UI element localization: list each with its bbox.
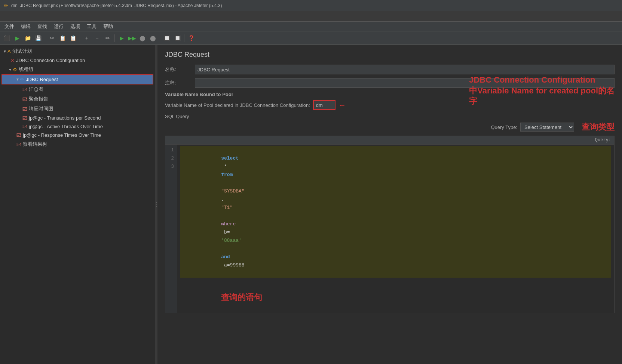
toolbar-saveas[interactable]: 💾 (34, 34, 43, 43)
plan-icon: A (7, 49, 11, 54)
sql-space4 (221, 246, 224, 252)
tree-arrow-thread: ▼ (8, 68, 12, 72)
comment-label: 注释: (165, 80, 195, 86)
right-annotation-line2: 中Variable Name for created pool的名 (469, 86, 615, 96)
query-type-annotation: 查询类型 (582, 121, 615, 133)
panel-title: JDBC Request (165, 51, 615, 59)
sql-a: a=99988 (221, 262, 244, 268)
toolbar-open[interactable]: ▶ (13, 34, 22, 43)
menu-bar: 文件 编辑 查找 运行 选项 工具 帮助 (0, 22, 622, 31)
str-t1: "T1" (221, 205, 233, 210)
tree-arrow-request: ▼ (16, 77, 19, 81)
sidebar-item-response-time[interactable]: 🗠 响应时间图 (0, 104, 155, 114)
sidebar-item-active-threads[interactable]: 🗠 jp@gc - Active Threads Over Time (0, 122, 155, 131)
sidebar-item-jdbc-request[interactable]: ▼ ✏ JDBC Request (1, 74, 153, 84)
str-sysdba: "SYSDBA" (221, 188, 244, 194)
kw-from: from (221, 172, 233, 178)
menu-edit[interactable]: 编辑 (18, 22, 34, 31)
sidebar-item-jdbc-config[interactable]: ✕ JDBC Connection Configuration (0, 56, 155, 65)
query-type-select[interactable]: Select Statement Update Statement Callab… (520, 123, 574, 132)
line-num-3: 3 (168, 163, 174, 171)
sql-b: b= (221, 229, 230, 235)
toolbar-sep5 (184, 34, 184, 42)
name-label: 名称: (165, 66, 195, 73)
sidebar-label-thread-group: 线程组 (19, 66, 33, 73)
sql-line-2 (180, 278, 611, 286)
query-type-row: Query Type: Select Statement Update Stat… (165, 121, 615, 133)
sql-space2 (221, 180, 224, 186)
jdbc-panel: JDBC Connection Configuration 中Variable … (157, 45, 622, 319)
sidebar-item-agg-report[interactable]: 🗠 聚合报告 (0, 94, 155, 104)
toolbar-sep1 (45, 34, 45, 42)
response-time-icon: 🗠 (22, 106, 27, 112)
toolbar-remove[interactable]: － (93, 34, 102, 43)
menu-options[interactable]: 选项 (67, 22, 83, 31)
sidebar-label-response-times: jp@gc - Response Times Over Time (23, 132, 101, 138)
sidebar-label-result-tree: 察看结果树 (23, 141, 47, 148)
menu-run[interactable]: 运行 (51, 22, 67, 31)
toolbar-start[interactable]: ▶ (117, 34, 126, 43)
toolbar-start-no-pause[interactable]: ▶▶ (128, 34, 137, 43)
menu-find[interactable]: 查找 (34, 22, 50, 31)
pool-declared-label: Variable Name of Pool declared in JDBC C… (165, 102, 310, 108)
name-input[interactable] (195, 65, 615, 74)
app-icon: ✏ (4, 3, 8, 9)
sidebar-label-jdbc-config: JDBC Connection Configuration (16, 58, 85, 63)
sidebar-item-tps[interactable]: 🗠 jp@gc - Transactions per Second (0, 114, 155, 122)
pool-value-input[interactable] (313, 100, 335, 110)
sidebar-label-summary: 汇总图 (29, 86, 43, 93)
toolbar-edit[interactable]: ✏ (103, 34, 112, 43)
line-numbers: 1 2 3 (165, 145, 177, 313)
toolbar-clear[interactable]: 🔲 (162, 34, 171, 43)
sidebar-label-active-threads: jp@gc - Active Threads Over Time (29, 124, 103, 129)
sidebar-item-thread-group[interactable]: ▼ ⚙ 线程组 (0, 65, 155, 74)
toolbar-paste[interactable]: 📋 (68, 34, 77, 43)
toolbar-new[interactable]: ⬛ (2, 34, 11, 43)
toolbar-save[interactable]: 📁 (23, 34, 32, 43)
title-bar: ✏ dm_JDBC Request.jmx (E:\software\apach… (0, 0, 622, 11)
sidebar-item-test-plan[interactable]: ▼ A 测试计划 (0, 46, 155, 56)
content-area: JDBC Connection Configuration 中Variable … (157, 45, 622, 364)
sidebar-label-agg-report: 聚合报告 (29, 96, 48, 102)
query-text-annotation: 查询的语句 (221, 293, 262, 303)
code-area[interactable]: select * from "SYSDBA" . "T1" where b= '… (177, 145, 614, 313)
toolbar-help[interactable]: ❓ (187, 34, 196, 43)
query-header: Query: (165, 136, 614, 145)
toolbar: ⬛ ▶ 📁 💾 ✂ 📋 📋 ＋ － ✏ ▶ ▶▶ ⬤ ⬤ 🔲 🔲 ❓ (0, 31, 622, 45)
sidebar-item-summary[interactable]: 🗠 汇总图 (0, 84, 155, 94)
sidebar-item-response-times[interactable]: 🗠 jp@gc - Response Times Over Time (0, 131, 155, 139)
sidebar: ▼ A 测试计划 ✕ JDBC Connection Configuration… (0, 45, 155, 364)
sql-query-label: SQL Query (165, 114, 615, 119)
jdbc-config-icon: ✕ (10, 58, 15, 63)
right-annotation-line1: JDBC Connection Configuration (469, 75, 615, 86)
toolbar-cut[interactable]: ✂ (48, 34, 56, 43)
tps-icon: 🗠 (22, 115, 27, 121)
result-tree-icon: 🗠 (16, 142, 21, 147)
summary-icon: 🗠 (22, 87, 27, 92)
sql-line-3: 查询的语句 (180, 286, 611, 311)
toolbar-sep4 (160, 34, 160, 42)
sql-dot: . (221, 197, 224, 202)
sql-space3 (221, 213, 224, 219)
toolbar-sep3 (114, 34, 115, 42)
toolbar-clear-all[interactable]: 🔲 (173, 34, 182, 43)
menu-tools[interactable]: 工具 (84, 22, 99, 31)
toolbar-shutdown[interactable]: ⬤ (148, 34, 157, 43)
query-container: Query: 1 2 3 select * from (165, 136, 615, 313)
line-num-1: 1 (168, 146, 174, 154)
kw-select: select (221, 155, 239, 161)
query-type-label: Query Type: (491, 124, 517, 130)
kw-where: where (221, 221, 236, 227)
kw-and: and (221, 254, 230, 260)
query-body: 1 2 3 select * from "SYSDBA" . (165, 145, 614, 313)
request-icon: ✏ (20, 77, 24, 82)
sidebar-item-result-tree[interactable]: 🗠 察看结果树 (0, 139, 155, 149)
menu-file[interactable]: 文件 (1, 22, 17, 31)
toolbar-stop[interactable]: ⬤ (138, 34, 147, 43)
main-layout: ▼ A 测试计划 ✕ JDBC Connection Configuration… (0, 45, 622, 364)
toolbar-copy[interactable]: 📋 (58, 34, 67, 43)
sidebar-label-tps: jp@gc - Transactions per Second (29, 115, 101, 121)
sql-line-1: select * from "SYSDBA" . "T1" where b= '… (180, 146, 611, 278)
toolbar-add[interactable]: ＋ (82, 34, 91, 43)
menu-help[interactable]: 帮助 (100, 22, 116, 31)
